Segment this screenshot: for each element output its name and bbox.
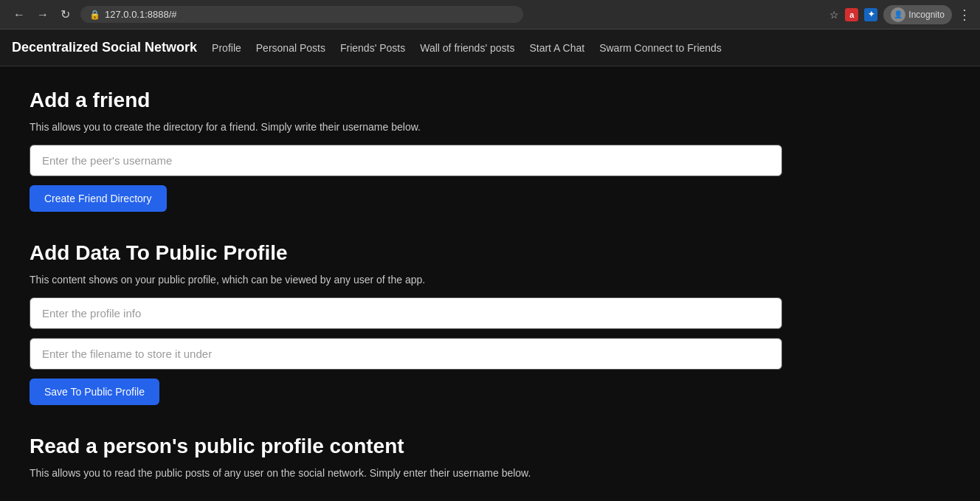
bookmark-icon[interactable]: ☆ — [829, 9, 839, 21]
add-friend-description: This allows you to create the directory … — [30, 121, 782, 133]
add-data-title: Add Data To Public Profile — [30, 241, 782, 265]
nav-link-personal-posts[interactable]: Personal Posts — [256, 42, 325, 54]
peer-username-input[interactable] — [30, 145, 782, 176]
extension-blue-icon[interactable]: ✦ — [864, 8, 877, 21]
browser-chrome: ← → ↻ 🔒 127.0.0.1:8888/# ☆ a ✦ 👤 Incogni… — [0, 0, 980, 30]
incognito-avatar: 👤 — [891, 7, 905, 22]
nav-link-wall[interactable]: Wall of friends' posts — [420, 42, 514, 54]
create-friend-directory-button[interactable]: Create Friend Directory — [30, 185, 167, 212]
forward-button[interactable]: → — [32, 5, 53, 24]
read-profile-description: This allows you to read the public posts… — [30, 467, 782, 479]
nav-link-profile[interactable]: Profile — [212, 42, 241, 54]
extension-red-icon[interactable]: a — [845, 8, 858, 21]
read-profile-section: Read a person's public profile content T… — [30, 435, 782, 479]
reload-button[interactable]: ↻ — [56, 4, 75, 24]
nav-link-start-chat[interactable]: Start A Chat — [529, 42, 584, 54]
browser-actions: ☆ a ✦ 👤 Incognito ⋮ — [829, 5, 971, 24]
top-nav: Decentralized Social Network Profile Per… — [0, 30, 980, 66]
url-text: 127.0.0.1:8888/# — [105, 9, 177, 20]
read-profile-title: Read a person's public profile content — [30, 435, 782, 458]
add-friend-section: Add a friend This allows you to create t… — [30, 89, 782, 212]
main-content: Add a friend This allows you to create t… — [0, 66, 812, 501]
nav-link-friends-posts[interactable]: Friends' Posts — [340, 42, 405, 54]
add-friend-title: Add a friend — [30, 89, 782, 112]
browser-menu-icon[interactable]: ⋮ — [958, 7, 971, 23]
back-button[interactable]: ← — [9, 5, 30, 24]
incognito-badge: 👤 Incognito — [883, 5, 952, 24]
incognito-label: Incognito — [908, 10, 945, 20]
address-bar[interactable]: 🔒 127.0.0.1:8888/# — [80, 6, 523, 23]
profile-info-input[interactable] — [30, 297, 782, 329]
nav-link-swarm[interactable]: Swarm Connect to Friends — [599, 42, 722, 54]
app-title: Decentralized Social Network — [12, 40, 197, 55]
lock-icon: 🔒 — [89, 10, 100, 20]
add-data-description: This content shows on your public profil… — [30, 274, 782, 286]
save-to-public-profile-button[interactable]: Save To Public Profile — [30, 379, 159, 405]
filename-input[interactable] — [30, 338, 782, 370]
add-data-section: Add Data To Public Profile This content … — [30, 241, 782, 405]
browser-nav-buttons: ← → ↻ — [9, 4, 75, 24]
